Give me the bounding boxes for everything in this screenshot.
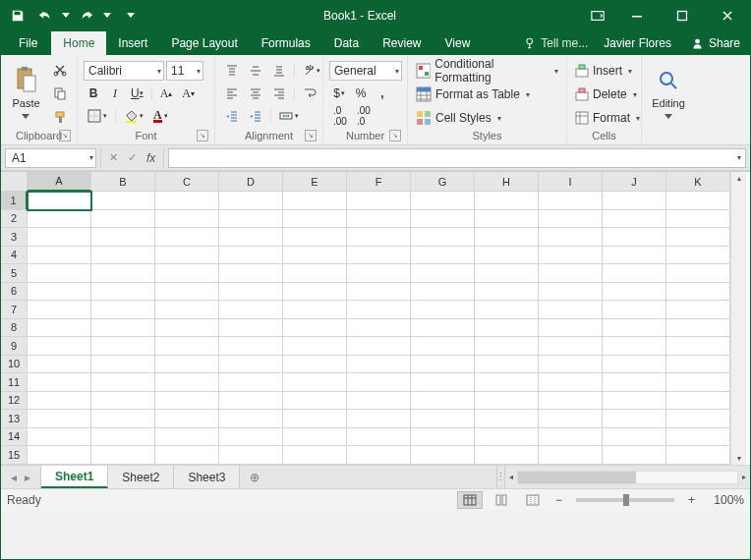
cell[interactable] <box>28 373 91 392</box>
cell[interactable] <box>666 373 730 392</box>
tab-home[interactable]: Home <box>51 31 106 55</box>
cell[interactable] <box>155 410 219 428</box>
cell[interactable] <box>411 337 475 356</box>
cell[interactable] <box>475 210 539 229</box>
cell[interactable] <box>91 247 155 265</box>
cell[interactable] <box>411 301 475 319</box>
cell[interactable] <box>91 428 155 447</box>
cell[interactable] <box>539 319 603 338</box>
number-launcher[interactable] <box>389 130 401 141</box>
cell[interactable] <box>28 247 91 265</box>
borders-button[interactable]: ▾ <box>84 106 111 126</box>
cell[interactable] <box>283 337 347 356</box>
cell[interactable] <box>666 446 730 465</box>
view-normal-button[interactable] <box>457 491 483 509</box>
cell[interactable] <box>666 356 730 374</box>
row-header[interactable]: 10 <box>1 356 28 374</box>
align-right-button[interactable] <box>268 84 290 103</box>
cell[interactable] <box>283 283 347 302</box>
align-top-button[interactable] <box>221 61 243 81</box>
cell[interactable] <box>283 356 347 374</box>
cell[interactable] <box>91 337 155 356</box>
cell[interactable] <box>283 319 347 338</box>
new-sheet-button[interactable]: ⊕ <box>240 466 269 488</box>
column-header[interactable]: K <box>666 172 730 192</box>
close-icon[interactable] <box>705 2 750 29</box>
cell[interactable] <box>283 446 347 465</box>
column-header[interactable]: C <box>155 172 219 192</box>
cell[interactable] <box>411 283 475 302</box>
zoom-in-button[interactable]: + <box>684 493 699 507</box>
cell[interactable] <box>666 228 730 247</box>
cell[interactable] <box>603 446 666 465</box>
cell[interactable] <box>475 247 539 265</box>
cell[interactable] <box>219 392 283 411</box>
column-header[interactable]: H <box>475 172 539 192</box>
vertical-scrollbar[interactable]: ▴▾ <box>730 172 746 465</box>
cell[interactable] <box>603 283 666 302</box>
maximize-icon[interactable] <box>660 2 705 29</box>
align-bottom-button[interactable] <box>268 61 290 81</box>
cell[interactable] <box>283 428 347 447</box>
cell[interactable] <box>347 264 411 283</box>
cell[interactable] <box>603 319 666 338</box>
cell[interactable] <box>539 247 603 265</box>
cell[interactable] <box>347 410 411 428</box>
cell[interactable] <box>475 319 539 338</box>
number-format-combo[interactable]: General▾ <box>329 61 402 81</box>
save-icon[interactable] <box>5 4 30 28</box>
align-middle-button[interactable] <box>245 61 266 81</box>
sheet-tab[interactable]: Sheet1 <box>41 466 108 488</box>
cell[interactable] <box>155 210 219 229</box>
copy-button[interactable] <box>49 84 71 103</box>
cell[interactable] <box>539 264 603 283</box>
cell[interactable] <box>475 301 539 319</box>
cell[interactable] <box>155 264 219 283</box>
cell[interactable] <box>91 192 155 210</box>
cell[interactable] <box>539 192 603 210</box>
cancel-formula-icon[interactable]: ✕ <box>109 151 118 164</box>
font-launcher[interactable] <box>197 130 208 141</box>
cell[interactable] <box>91 283 155 302</box>
ribbon-options-icon[interactable] <box>581 2 614 29</box>
tab-page-layout[interactable]: Page Layout <box>159 31 249 55</box>
column-header[interactable]: A <box>28 172 91 192</box>
cell[interactable] <box>283 247 347 265</box>
row-header[interactable]: 13 <box>1 410 28 428</box>
cell[interactable] <box>666 301 730 319</box>
sheet-tab[interactable]: Sheet3 <box>174 466 240 488</box>
format-as-table-button[interactable]: Format as Table▾ <box>414 84 560 105</box>
cell[interactable] <box>28 392 91 411</box>
cell[interactable] <box>475 392 539 411</box>
cell[interactable] <box>155 319 219 338</box>
cell[interactable] <box>283 228 347 247</box>
cell[interactable] <box>28 283 91 302</box>
redo-dropdown-icon[interactable] <box>101 4 113 28</box>
cell[interactable] <box>539 410 603 428</box>
row-header[interactable]: 14 <box>1 428 28 447</box>
cell[interactable] <box>603 356 666 374</box>
tab-review[interactable]: Review <box>371 31 433 55</box>
cell[interactable] <box>347 247 411 265</box>
cell[interactable] <box>539 428 603 447</box>
cell[interactable] <box>28 428 91 447</box>
cell[interactable] <box>603 264 666 283</box>
user-name[interactable]: Javier Flores <box>594 31 681 55</box>
minimize-icon[interactable] <box>614 2 660 29</box>
cell[interactable] <box>539 228 603 247</box>
cell[interactable] <box>347 428 411 447</box>
cell[interactable] <box>603 228 666 247</box>
cell[interactable] <box>155 428 219 447</box>
enter-formula-icon[interactable]: ✓ <box>128 151 137 164</box>
cell[interactable] <box>347 356 411 374</box>
alignment-launcher[interactable] <box>305 130 317 141</box>
cell[interactable] <box>666 428 730 447</box>
cell[interactable] <box>666 319 730 338</box>
cell[interactable] <box>475 446 539 465</box>
fx-icon[interactable]: fx <box>146 151 155 165</box>
cell[interactable] <box>475 428 539 447</box>
font-size-combo[interactable]: 11▾ <box>166 61 203 81</box>
cell[interactable] <box>347 319 411 338</box>
cell[interactable] <box>411 319 475 338</box>
cell[interactable] <box>347 373 411 392</box>
